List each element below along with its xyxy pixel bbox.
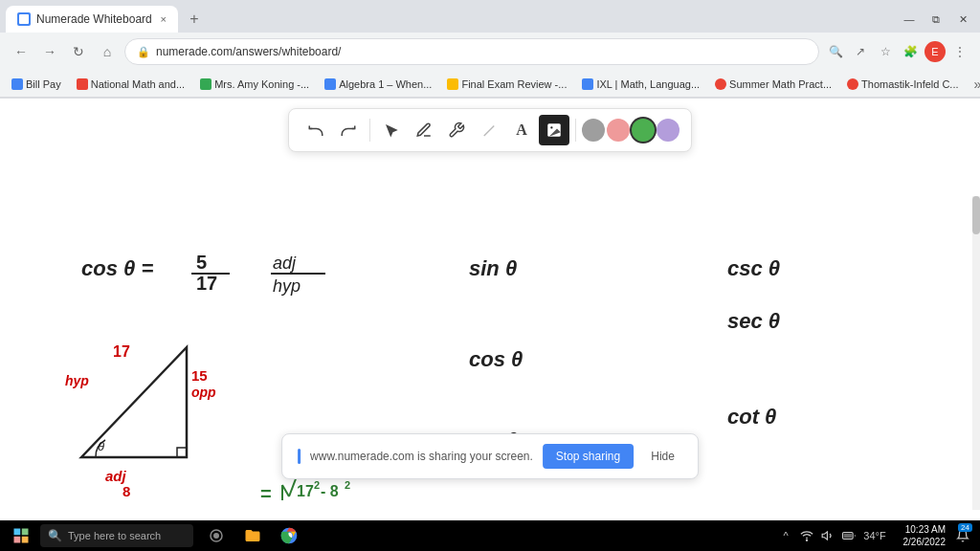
color-green[interactable] bbox=[632, 119, 655, 142]
bookmark-favicon bbox=[200, 78, 212, 90]
color-pink[interactable] bbox=[607, 119, 630, 142]
text-tool-button[interactable]: A bbox=[506, 115, 537, 145]
svg-text:cos θ =: cos θ = bbox=[81, 256, 153, 280]
redo-button[interactable] bbox=[333, 115, 364, 145]
start-button[interactable] bbox=[4, 521, 38, 550]
tools-button[interactable] bbox=[441, 115, 472, 145]
svg-text:opp: opp bbox=[191, 385, 216, 400]
profile-icon[interactable]: E bbox=[924, 41, 946, 62]
bookmark-icon[interactable]: ☆ bbox=[875, 41, 896, 62]
bookmark-favicon bbox=[582, 78, 593, 90]
new-tab-button[interactable]: + bbox=[182, 7, 207, 32]
svg-line-27 bbox=[282, 485, 289, 496]
taskbar-search-icon: 🔍 bbox=[48, 529, 62, 542]
back-button[interactable]: ← bbox=[10, 40, 33, 63]
address-bar: ← → ↻ ⌂ 🔒 numerade.com/answers/whiteboar… bbox=[0, 33, 980, 71]
bookmarks-bar: Bill Pay National Math and... Mrs. Amy K… bbox=[0, 71, 980, 98]
taskbar-apps bbox=[199, 521, 306, 550]
tray-network-icon[interactable] bbox=[798, 527, 815, 544]
svg-rect-36 bbox=[14, 537, 21, 543]
tray-battery-icon[interactable] bbox=[840, 527, 858, 544]
taskbar-clock[interactable]: 10:23 AM 2/26/2022 bbox=[892, 523, 949, 548]
bookmark-bill-pay[interactable]: Bill Pay bbox=[8, 77, 65, 92]
svg-text:15: 15 bbox=[191, 367, 208, 384]
close-window-button[interactable]: ✕ bbox=[951, 8, 974, 31]
bookmark-favicon bbox=[447, 78, 458, 90]
menu-icon[interactable]: ⋮ bbox=[949, 41, 970, 62]
svg-point-42 bbox=[806, 540, 807, 540]
forward-button[interactable]: → bbox=[38, 40, 61, 63]
active-tab[interactable]: Numerade Whiteboard × bbox=[6, 6, 178, 33]
svg-text:csc θ: csc θ bbox=[727, 256, 780, 280]
svg-text:cos θ: cos θ bbox=[469, 347, 523, 371]
bookmark-thomastik[interactable]: Thomastik-Infeld C... bbox=[843, 77, 962, 92]
bookmark-favicon bbox=[77, 78, 88, 90]
color-gray[interactable] bbox=[582, 119, 605, 142]
bookmark-algebra[interactable]: Algebra 1 – When... bbox=[321, 77, 435, 92]
svg-text:17: 17 bbox=[196, 273, 217, 294]
marker-tool-button[interactable] bbox=[474, 115, 504, 145]
clock-date: 2/26/2022 bbox=[903, 536, 947, 548]
notification-badge: 24 bbox=[958, 523, 972, 532]
tray-volume-icon[interactable] bbox=[819, 527, 836, 544]
svg-text:hyp: hyp bbox=[273, 276, 301, 296]
taskbar-cortana[interactable] bbox=[199, 521, 234, 550]
minimize-button[interactable]: — bbox=[898, 8, 921, 31]
bookmark-label: Bill Pay bbox=[26, 78, 61, 90]
svg-text:sec θ: sec θ bbox=[727, 309, 780, 333]
whiteboard: A cos θ = 5 17 adj hyp sin θ csc θ sec θ… bbox=[0, 99, 980, 510]
taskbar-file-explorer[interactable] bbox=[235, 521, 270, 550]
tray-temp[interactable]: 34°F bbox=[861, 527, 888, 544]
bookmark-ixl[interactable]: IXL | Math, Languag... bbox=[578, 77, 703, 92]
bookmark-amy-koning[interactable]: Mrs. Amy Koning -... bbox=[196, 77, 313, 92]
svg-line-1 bbox=[484, 126, 495, 137]
search-icon[interactable]: 🔍 bbox=[825, 41, 846, 62]
svg-rect-0 bbox=[19, 14, 29, 24]
svg-text:2: 2 bbox=[345, 479, 350, 491]
taskbar-chrome[interactable] bbox=[272, 521, 306, 550]
notification-center-button[interactable]: 24 bbox=[953, 521, 972, 550]
bookmark-final-exam[interactable]: Final Exam Review -... bbox=[443, 77, 570, 92]
pen-tool-button[interactable] bbox=[409, 115, 439, 145]
color-lavender[interactable] bbox=[657, 119, 679, 142]
scrollbar-thumb[interactable] bbox=[972, 196, 980, 234]
bookmark-favicon bbox=[11, 78, 23, 90]
bookmark-summer-math[interactable]: Summer Math Pract... bbox=[711, 77, 835, 92]
url-bar[interactable]: 🔒 numerade.com/answers/whiteboard/ bbox=[124, 38, 819, 65]
undo-button[interactable] bbox=[301, 115, 331, 145]
svg-text:2: 2 bbox=[314, 479, 320, 491]
stop-sharing-button[interactable]: Stop sharing bbox=[543, 444, 634, 469]
taskbar-search[interactable]: 🔍 Type here to search bbox=[40, 524, 193, 547]
image-tool-button[interactable] bbox=[539, 115, 569, 145]
svg-text:sin θ: sin θ bbox=[469, 256, 517, 280]
svg-rect-45 bbox=[844, 534, 852, 539]
select-tool-button[interactable] bbox=[376, 115, 407, 145]
svg-rect-37 bbox=[22, 537, 29, 543]
bookmark-favicon bbox=[847, 78, 858, 90]
bookmark-label: Mrs. Amy Koning -... bbox=[214, 78, 309, 90]
bookmarks-more-button[interactable]: » bbox=[974, 77, 980, 92]
home-button[interactable]: ⌂ bbox=[96, 40, 119, 63]
svg-text:=: = bbox=[260, 483, 272, 504]
bookmark-label: National Math and... bbox=[91, 78, 185, 90]
tab-close-button[interactable]: × bbox=[161, 13, 167, 25]
tab-bar: Numerade Whiteboard × + — ⧉ ✕ bbox=[0, 0, 980, 33]
address-actions: 🔍 ↗ ☆ 🧩 E ⋮ bbox=[825, 41, 970, 62]
svg-point-3 bbox=[550, 126, 552, 128]
share-icon[interactable]: ↗ bbox=[850, 41, 871, 62]
bookmark-label: Algebra 1 – When... bbox=[339, 78, 432, 90]
lock-icon: 🔒 bbox=[137, 46, 150, 58]
share-banner: www.numerade.com is sharing your screen.… bbox=[281, 433, 699, 479]
share-message: www.numerade.com is sharing your screen. bbox=[310, 450, 533, 463]
tray-chevron[interactable]: ^ bbox=[777, 527, 794, 544]
hide-banner-button[interactable]: Hide bbox=[643, 446, 682, 467]
restore-button[interactable]: ⧉ bbox=[924, 8, 947, 31]
browser-chrome: Numerade Whiteboard × + — ⧉ ✕ ← → ↻ ⌂ 🔒 … bbox=[0, 0, 980, 99]
toolbar: A bbox=[288, 108, 692, 152]
bookmark-national-math[interactable]: National Math and... bbox=[73, 77, 189, 92]
refresh-button[interactable]: ↻ bbox=[67, 40, 90, 63]
url-text: numerade.com/answers/whiteboard/ bbox=[156, 45, 807, 58]
tab-favicon bbox=[17, 12, 31, 26]
bookmark-favicon bbox=[324, 78, 336, 90]
extensions-icon[interactable]: 🧩 bbox=[900, 41, 921, 62]
